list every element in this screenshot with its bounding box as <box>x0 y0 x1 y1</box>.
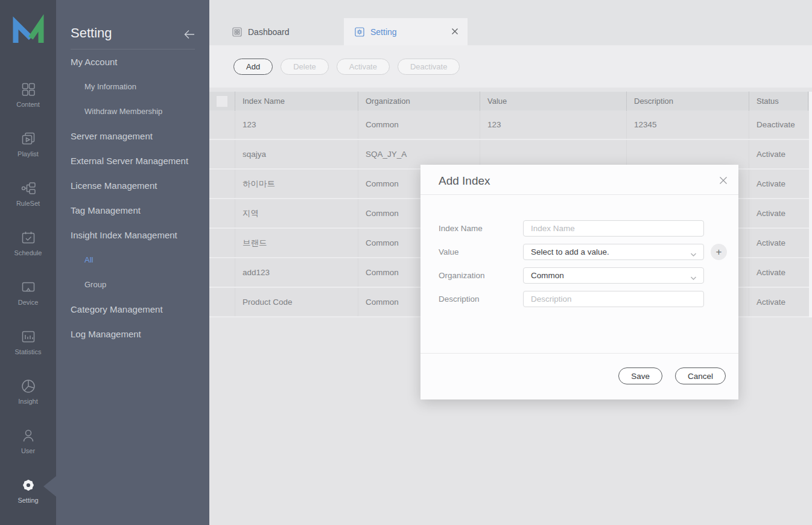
magicinfo-logo[interactable] <box>11 14 46 46</box>
cell-value <box>480 140 626 168</box>
vertical-scrollbar[interactable] <box>809 92 812 317</box>
cell-index-name: 123 <box>235 110 358 139</box>
sidebar-menu-item[interactable]: My Account <box>56 49 209 74</box>
column-index-name[interactable]: Index Name <box>235 92 358 110</box>
rail-label: Device <box>18 299 39 306</box>
toolbar-button[interactable]: Delete <box>281 59 329 75</box>
dashboard-grid-icon <box>232 27 242 37</box>
header-checkbox-cell <box>209 92 235 110</box>
cell-description: 12345 <box>626 110 749 139</box>
column-organization[interactable]: Organization <box>358 92 480 110</box>
rail-item-content[interactable]: Content <box>0 74 56 123</box>
sidebar-menu-item[interactable]: Insight Index Management <box>56 223 209 247</box>
rail-item-device[interactable]: Device <box>0 272 56 321</box>
cell-status: Activate <box>749 229 808 257</box>
column-value[interactable]: Value <box>480 92 626 110</box>
rail-label: Setting <box>17 497 38 504</box>
rail-label: Content <box>16 101 40 108</box>
save-button[interactable]: Save <box>618 368 662 384</box>
table-header: Index Name Organization Value Descriptio… <box>209 92 812 110</box>
active-panel-notch <box>43 476 56 497</box>
row-checkbox-cell <box>209 110 235 139</box>
add-index-dialog: Add Index Index Name Value Select to add… <box>420 165 738 399</box>
sidebar-menu-item[interactable]: Withdraw Membership <box>56 99 209 124</box>
rail-item-schedule[interactable]: Schedule <box>0 222 56 272</box>
rail-item-user[interactable]: User <box>0 420 56 469</box>
row-checkbox-cell <box>209 258 235 287</box>
sidebar-menu-item[interactable]: License Management <box>56 173 209 198</box>
cell-index-name: 지역 <box>235 199 358 228</box>
rail-label: Insight <box>18 398 37 405</box>
organization-select-text: Common <box>531 271 564 280</box>
sidebar-menu-item[interactable]: My Information <box>56 74 209 99</box>
cell-index-name: sqajya <box>235 140 358 168</box>
rail-item-playlist[interactable]: Playlist <box>0 123 56 173</box>
sidebar-menu-item[interactable]: External Server Management <box>56 148 209 173</box>
setting-gear-icon <box>20 477 37 494</box>
rail-item-insight[interactable]: Insight <box>0 371 56 420</box>
column-description[interactable]: Description <box>626 92 749 110</box>
tab-dashboard[interactable]: Dashboard <box>223 18 344 45</box>
cell-status: Activate <box>749 288 808 316</box>
description-input[interactable] <box>523 291 704 307</box>
close-icon[interactable] <box>718 176 728 185</box>
cell-status: Activate <box>749 140 808 168</box>
insight-pie-icon <box>20 378 37 395</box>
chevron-down-icon <box>690 250 697 255</box>
sidebar-menu-item[interactable]: Server management <box>56 124 209 148</box>
dialog-footer-divider <box>420 353 738 354</box>
playlist-icon <box>20 130 37 147</box>
sidebar-menu-item[interactable]: All <box>56 247 209 272</box>
rail-item-ruleset[interactable]: RuleSet <box>0 173 56 222</box>
back-arrow-icon[interactable] <box>183 28 196 41</box>
cell-index-name: 브랜드 <box>235 229 358 257</box>
add-value-button[interactable]: + <box>711 244 727 260</box>
organization-select[interactable]: Common <box>523 267 704 284</box>
cell-index-name: add123 <box>235 258 358 287</box>
tab-bar: Dashboard Setting <box>209 0 812 45</box>
sidebar-menu-item[interactable]: Category Management <box>56 297 209 322</box>
cell-status: Deactivate <box>749 110 808 139</box>
dialog-title: Add Index <box>439 174 490 188</box>
device-monitor-icon <box>20 279 37 296</box>
row-checkbox-cell <box>209 288 235 316</box>
sidebar-menu-item[interactable]: Tag Management <box>56 198 209 223</box>
field-row-organization: Organization Common <box>420 267 738 284</box>
tab-setting[interactable]: Setting <box>344 18 468 45</box>
index-name-label: Index Name <box>439 220 483 237</box>
select-all-checkbox[interactable] <box>217 96 227 107</box>
toolbar-button[interactable]: Deactivate <box>398 59 460 75</box>
rail-item-statistics[interactable]: Statistics <box>0 321 56 371</box>
description-label: Description <box>439 291 480 307</box>
statistics-chart-icon <box>20 328 37 345</box>
tab-label: Dashboard <box>248 27 290 37</box>
toolbar-button[interactable]: Add <box>233 59 273 75</box>
rail-label: Statistics <box>14 348 41 355</box>
close-icon[interactable] <box>450 27 460 36</box>
index-name-input[interactable] <box>523 220 704 237</box>
value-select[interactable]: Select to add a value. <box>523 244 704 260</box>
column-status[interactable]: Status <box>749 92 808 110</box>
field-row-value: Value Select to add a value. + <box>420 244 738 260</box>
dialog-footer: Save Cancel <box>618 368 726 384</box>
dialog-header-divider <box>420 194 738 195</box>
rail-label: Schedule <box>14 249 42 256</box>
sidebar-title: Setting <box>71 25 112 41</box>
magicinfo-app: Content Playlist RuleSet Schedule <box>0 0 812 525</box>
toolbar: AddDeleteActivateDeactivate <box>209 45 812 88</box>
toolbar-button[interactable]: Activate <box>337 59 390 75</box>
cell-index-name: Product Code <box>235 288 358 316</box>
icon-rail: Content Playlist RuleSet Schedule <box>0 0 56 525</box>
row-checkbox-cell <box>209 140 235 168</box>
cell-organization: SQA_JY_A <box>358 140 480 168</box>
rail-label: Playlist <box>17 150 39 158</box>
cell-value: 123 <box>480 110 626 139</box>
cancel-button[interactable]: Cancel <box>675 368 726 384</box>
table-row[interactable]: 123 Common 123 12345 Deactivate <box>209 110 812 140</box>
cell-index-name: 하이마트 <box>235 170 358 198</box>
sidebar-menu-item[interactable]: Log Management <box>56 322 209 346</box>
ruleset-icon <box>20 180 37 197</box>
sidebar-menu-item[interactable]: Group <box>56 272 209 297</box>
row-checkbox-cell <box>209 199 235 228</box>
rail-label: User <box>21 447 35 454</box>
